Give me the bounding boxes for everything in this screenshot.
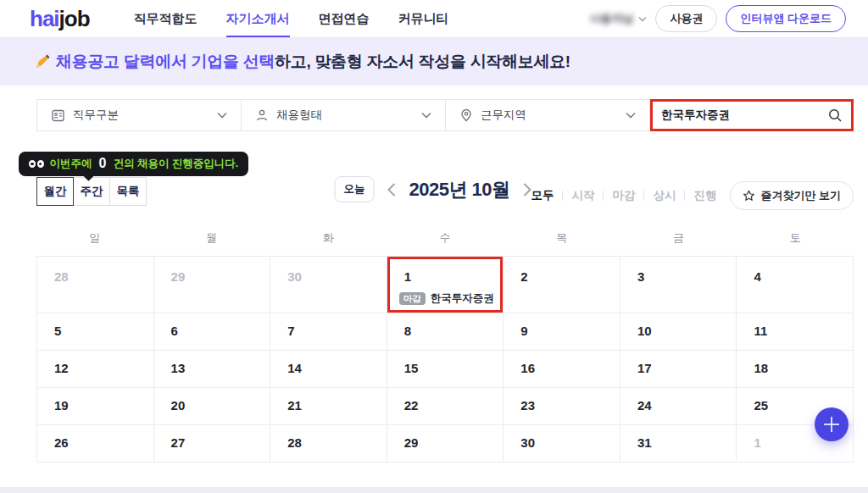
calendar-day-cell[interactable]: 6 <box>153 313 270 350</box>
view-toggle-monthly[interactable]: 월간 <box>36 177 74 206</box>
header-right: 사용자님 사용권 인터뷰앱 다운로드 <box>589 5 846 32</box>
weekday-wed: 수 <box>387 230 504 246</box>
day-number: 28 <box>287 435 387 450</box>
calendar-day-cell[interactable]: 15 <box>387 351 504 387</box>
promo-rest-text: 하고, 맞춤형 자소서 작성을 시작해보세요! <box>275 51 570 73</box>
calendar-day-cell[interactable]: 29 <box>387 425 504 462</box>
nav-item-community[interactable]: 커뮤니티 <box>398 0 449 37</box>
calendar-day-cell[interactable]: 13 <box>153 351 270 387</box>
weekday-header: 일 월 화 수 목 금 토 <box>36 230 854 246</box>
work-region-dropdown[interactable]: 근무지역 <box>446 100 649 130</box>
calendar-day-cell[interactable]: 10 <box>620 313 737 350</box>
separator <box>684 191 685 201</box>
promo-highlight-text: 채용공고 달력에서 기업을 선택 <box>56 51 275 73</box>
favorites-only-label: 즐겨찾기만 보기 <box>760 188 841 203</box>
calendar-day-cell[interactable]: 14 <box>270 351 387 387</box>
today-button[interactable]: 오늘 <box>334 176 374 202</box>
add-button[interactable] <box>815 407 849 441</box>
favorites-only-button[interactable]: 즐겨찾기만 보기 <box>730 181 854 210</box>
employment-type-dropdown[interactable]: 채용형태 <box>242 100 446 130</box>
license-button[interactable]: 사용권 <box>655 5 717 32</box>
calendar-day-cell[interactable]: 22 <box>387 388 504 424</box>
calendar-day-cell[interactable]: 21 <box>270 388 387 424</box>
calendar-day-cell[interactable]: 9 <box>503 313 620 350</box>
prev-month-icon[interactable] <box>385 180 398 199</box>
nav-item-interview-practice[interactable]: 면접연습 <box>319 0 370 37</box>
view-toggle-list[interactable]: 목록 <box>109 177 147 206</box>
weekday-fri: 금 <box>620 230 737 246</box>
calendar-day-cell[interactable]: 2 <box>503 257 620 313</box>
search-icon[interactable] <box>826 106 844 125</box>
status-filter-start[interactable]: 시작 <box>571 188 594 203</box>
nav-item-job-fit[interactable]: 직무적합도 <box>134 0 198 37</box>
calendar-day-cell[interactable]: 27 <box>153 425 270 462</box>
day-number: 28 <box>54 269 153 284</box>
separator <box>643 191 644 201</box>
username-blurred[interactable]: 사용자님 <box>589 11 633 26</box>
event-item[interactable]: 마감한국투자증권 <box>399 291 504 306</box>
day-number: 23 <box>520 398 620 413</box>
day-number: 15 <box>404 361 504 375</box>
main-nav: 직무적합도 자기소개서 면접연습 커뮤니티 <box>134 0 449 37</box>
calendar-day-cell-highlighted[interactable]: 1마감한국투자증권 <box>387 257 504 313</box>
calendar-day-cell[interactable]: 3 <box>620 257 737 313</box>
day-number: 9 <box>520 324 620 338</box>
logo[interactable]: haijob <box>30 6 90 32</box>
nav-item-cover-letter[interactable]: 자기소개서 <box>226 0 290 37</box>
calendar-day-cell[interactable]: 19 <box>36 388 153 424</box>
calendar-day-cell[interactable]: 20 <box>153 388 270 424</box>
deadline-badge: 마감 <box>399 292 426 306</box>
footer-strip <box>0 487 868 493</box>
calendar-day-cell[interactable]: 17 <box>620 351 737 387</box>
logo-hai: hai <box>30 6 59 32</box>
location-pin-icon <box>459 108 473 122</box>
view-toggle-group: 월간 주간 목록 <box>36 177 147 206</box>
calendar-week-row: 19202122232425 <box>36 388 854 425</box>
day-number: 29 <box>171 269 270 284</box>
filter-bar: 직무구분 채용형태 근무지역 <box>36 99 854 131</box>
view-toggle-weekly[interactable]: 주간 <box>73 177 110 206</box>
calendar-day-cell[interactable]: 24 <box>620 388 737 424</box>
status-filter-ongoing[interactable]: 진행 <box>693 188 716 203</box>
calendar-day-cell[interactable]: 30 <box>270 257 387 313</box>
calendar-day-cell[interactable]: 18 <box>736 351 854 387</box>
calendar-grid: 2829301마감한국투자증권2345678910111213141516171… <box>36 256 854 463</box>
day-number: 7 <box>287 324 387 338</box>
calendar-day-cell[interactable]: 28 <box>36 257 153 313</box>
calendar-day-cell[interactable]: 4 <box>736 257 854 313</box>
chevron-down-icon <box>421 112 431 119</box>
day-number: 21 <box>287 398 387 413</box>
logo-job: job <box>59 6 90 32</box>
day-number: 2 <box>520 269 620 284</box>
day-number: 26 <box>54 435 153 450</box>
plus-icon <box>822 415 841 434</box>
interview-app-download-button[interactable]: 인터뷰앱 다운로드 <box>726 5 846 32</box>
calendar-day-cell[interactable]: 26 <box>36 425 153 462</box>
calendar-day-cell[interactable]: 12 <box>36 351 153 387</box>
calendar-day-cell[interactable]: 28 <box>270 425 387 462</box>
calendar-day-cell[interactable]: 11 <box>736 313 854 350</box>
calendar-day-cell[interactable]: 30 <box>503 425 620 462</box>
chevron-down-icon <box>217 112 227 119</box>
calendar-day-cell[interactable]: 29 <box>153 257 270 313</box>
calendar-day-cell[interactable]: 16 <box>503 351 620 387</box>
job-category-dropdown[interactable]: 직무구분 <box>37 100 242 130</box>
calendar-day-cell[interactable]: 31 <box>620 425 737 462</box>
day-number: 5 <box>54 324 153 338</box>
calendar-day-cell[interactable]: 5 <box>36 313 153 350</box>
day-number: 17 <box>637 361 737 375</box>
day-number: 11 <box>754 324 853 338</box>
company-search-box <box>650 99 854 131</box>
calendar-day-cell[interactable]: 23 <box>503 388 620 424</box>
header: haijob 직무적합도 자기소개서 면접연습 커뮤니티 사용자님 사용권 인터… <box>0 0 868 37</box>
weekday-tue: 화 <box>270 230 387 246</box>
status-filter-always[interactable]: 상시 <box>653 188 676 203</box>
calendar-day-cell[interactable]: 8 <box>387 313 504 350</box>
calendar-day-cell[interactable]: 7 <box>270 313 387 350</box>
day-number: 24 <box>637 398 737 413</box>
company-search-input[interactable] <box>661 109 826 122</box>
calendar-week-row: 567891011 <box>36 313 854 351</box>
status-filter-all[interactable]: 모두 <box>531 188 554 203</box>
status-filter-deadline[interactable]: 마감 <box>612 188 635 203</box>
separator <box>562 191 563 201</box>
